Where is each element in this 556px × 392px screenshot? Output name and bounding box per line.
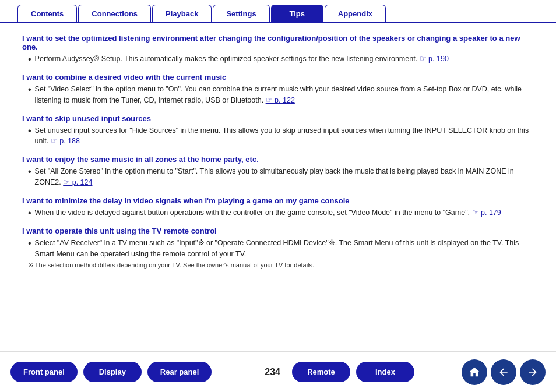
footnote: ※ The selection method differs depending… xyxy=(28,262,534,269)
tab-appendix[interactable]: Appendix xyxy=(325,5,386,22)
bullet-text: When the video is delayed against button… xyxy=(35,207,501,218)
page-ref-link[interactable]: ☞ p. 188 xyxy=(51,137,80,145)
tab-contents[interactable]: Contents xyxy=(17,5,77,22)
index-btn[interactable]: Index xyxy=(356,362,414,382)
section-title: I want to enjoy the same music in all zo… xyxy=(22,155,534,164)
bullet-dot: • xyxy=(28,238,31,260)
section-body: •Set "Video Select" in the option menu t… xyxy=(28,84,534,106)
bottom-center-group: 234RemoteIndex xyxy=(259,362,414,382)
section-title: I want to set the optimized listening en… xyxy=(22,34,534,51)
section-section5: I want to minimize the delay in video si… xyxy=(22,196,534,218)
bullet-item: •Set "All Zone Stereo" in the option men… xyxy=(28,166,534,188)
page-ref-link[interactable]: ☞ p. 190 xyxy=(420,55,449,63)
section-section1: I want to set the optimized listening en… xyxy=(22,34,534,65)
page-number: 234 xyxy=(265,367,280,377)
section-title: I want to minimize the delay in video si… xyxy=(22,196,534,205)
back-icon[interactable] xyxy=(491,359,516,385)
bullet-item: •Perform Audyssey® Setup. This automatic… xyxy=(28,54,534,65)
bullet-dot: • xyxy=(28,84,31,106)
bullet-item: •Set unused input sources for "Hide Sour… xyxy=(28,125,534,147)
tab-tips[interactable]: Tips xyxy=(271,5,323,22)
tab-connections[interactable]: Connections xyxy=(78,5,151,22)
tab-settings[interactable]: Settings xyxy=(213,5,269,22)
forward-icon[interactable] xyxy=(520,359,546,385)
section-body: •When the video is delayed against butto… xyxy=(28,207,534,218)
section-body: •Set unused input sources for "Hide Sour… xyxy=(28,125,534,147)
bullet-dot: • xyxy=(28,54,31,65)
section-section6: I want to operate this unit using the TV… xyxy=(22,227,534,270)
bullet-dot: • xyxy=(28,125,31,147)
section-section3: I want to skip unused input sources•Set … xyxy=(22,114,534,147)
section-section2: I want to combine a desired video with t… xyxy=(22,73,534,106)
tab-playback[interactable]: Playback xyxy=(152,5,212,22)
bottom-right-group xyxy=(462,359,546,385)
front-panel-btn[interactable]: Front panel xyxy=(10,362,78,382)
display-btn[interactable]: Display xyxy=(83,362,142,382)
rear-panel-btn[interactable]: Rear panel xyxy=(147,362,212,382)
bullet-text: Set "All Zone Stereo" in the option menu… xyxy=(35,166,534,188)
page-ref-link[interactable]: ☞ p. 124 xyxy=(63,178,92,186)
bullet-text: Select "AV Receiver" in a TV menu such a… xyxy=(35,238,534,260)
page-ref-link[interactable]: ☞ p. 122 xyxy=(266,96,295,104)
section-title: I want to combine a desired video with t… xyxy=(22,73,534,82)
section-body: •Perform Audyssey® Setup. This automatic… xyxy=(28,54,534,65)
tab-bar: ContentsConnectionsPlaybackSettingsTipsA… xyxy=(0,0,556,23)
bullet-text: Perform Audyssey® Setup. This automatica… xyxy=(35,54,449,65)
bottom-bar: Front panelDisplayRear panel234RemoteInd… xyxy=(0,351,556,392)
section-body: •Set "All Zone Stereo" in the option men… xyxy=(28,166,534,188)
home-icon[interactable] xyxy=(462,359,487,385)
bullet-item: •When the video is delayed against butto… xyxy=(28,207,534,218)
bullet-item: •Set "Video Select" in the option menu t… xyxy=(28,84,534,106)
bullet-text: Set unused input sources for "Hide Sourc… xyxy=(35,125,534,147)
bullet-item: •Select "AV Receiver" in a TV menu such … xyxy=(28,238,534,260)
bullet-dot: • xyxy=(28,207,31,218)
section-section4: I want to enjoy the same music in all zo… xyxy=(22,155,534,188)
main-content: I want to set the optimized listening en… xyxy=(0,23,556,341)
section-title: I want to skip unused input sources xyxy=(22,114,534,123)
section-body: •Select "AV Receiver" in a TV menu such … xyxy=(28,238,534,260)
remote-btn[interactable]: Remote xyxy=(292,362,350,382)
section-title: I want to operate this unit using the TV… xyxy=(22,227,534,235)
bottom-left-group: Front panelDisplayRear panel xyxy=(10,362,212,382)
bullet-dot: • xyxy=(28,166,31,188)
bullet-text: Set "Video Select" in the option menu to… xyxy=(35,84,534,106)
page-ref-link[interactable]: ☞ p. 179 xyxy=(472,209,501,217)
